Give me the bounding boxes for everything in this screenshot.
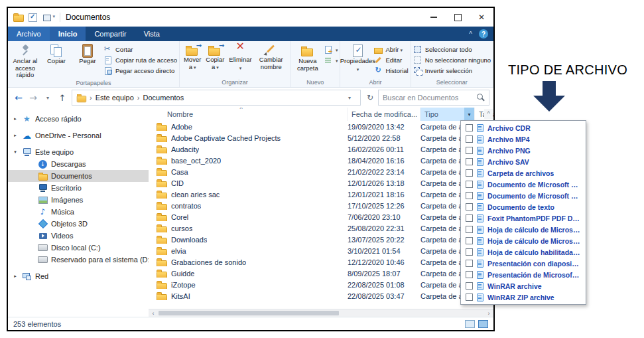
sidebar-item[interactable]: Descargas — [8, 158, 149, 170]
edit-button[interactable]: Editar — [373, 54, 408, 65]
checkbox[interactable] — [466, 192, 473, 199]
sidebar-item[interactable]: ▸ OneDrive - Personal — [8, 129, 149, 141]
back-button[interactable] — [12, 90, 25, 105]
tab-vista[interactable]: Vista — [135, 27, 168, 41]
filter-option[interactable]: Hoja de cálculo de Microsoft Exc... — [461, 235, 586, 246]
help-icon[interactable] — [479, 29, 488, 39]
copy-path-button[interactable]: Copiar ruta de acceso — [103, 54, 177, 65]
pin-quick-access-button[interactable]: Anclar al acceso rápido — [10, 42, 40, 79]
file-row[interactable]: Corel 7/06/2020 23:10 Carpeta de archivo… — [149, 211, 493, 222]
checkbox[interactable] — [466, 169, 473, 177]
scroll-left-icon[interactable] — [151, 310, 156, 317]
sidebar-item[interactable]: Objetos 3D — [8, 218, 149, 230]
filter-chevron-icon[interactable] — [464, 108, 474, 121]
filter-option[interactable]: Archivo SAV — [461, 156, 586, 167]
search-input[interactable] — [383, 94, 477, 102]
select-all-button[interactable]: Seleccionar todo — [413, 44, 491, 54]
expander-chevron-icon[interactable]: ▾ — [12, 149, 19, 155]
paste-shortcut-button[interactable]: Pegar acceso directo — [103, 65, 177, 76]
sidebar-item[interactable]: ▸ Red — [8, 270, 149, 282]
history-button[interactable]: Historial — [373, 65, 408, 76]
checkbox[interactable] — [466, 203, 473, 211]
sidebar-item[interactable]: ▾ Este equipo — [8, 146, 149, 158]
file-row[interactable]: iZotope 22/08/2025 01:08 Carpeta de arch… — [149, 279, 493, 290]
tab-compartir[interactable]: Compartir — [86, 27, 135, 41]
paste-button[interactable]: Pegar — [72, 42, 103, 65]
file-row[interactable]: cursos 25/08/2020 22:31 Carpeta de archi… — [149, 222, 493, 234]
expander-chevron-icon[interactable]: ▸ — [12, 116, 19, 122]
search-box[interactable] — [378, 90, 489, 106]
move-to-button[interactable]: Mover a — [182, 42, 203, 71]
filter-option[interactable]: Archivo PNG — [461, 145, 586, 156]
checkbox[interactable] — [466, 147, 473, 154]
select-none-button[interactable]: No seleccionar ninguno — [413, 54, 491, 65]
sidebar-item[interactable]: Documentos — [8, 170, 149, 182]
sidebar-item[interactable]: Imágenes — [8, 194, 149, 206]
checkbox[interactable] — [466, 124, 473, 131]
filter-option[interactable]: Hoja de cálculo habilitada para m... — [461, 246, 586, 258]
file-row[interactable]: elvia 3/10/2021 01:54 Carpeta de archivo… — [149, 245, 493, 256]
expander-chevron-icon[interactable]: ▸ — [12, 274, 19, 279]
filter-option[interactable]: Presentación de Microsoft Power... — [461, 269, 586, 280]
checkbox[interactable] — [466, 181, 473, 188]
tab-archivo[interactable]: Archivo — [8, 27, 50, 41]
filter-option[interactable]: Archivo CDR — [461, 122, 586, 133]
file-row[interactable]: Casa 21/02/2022 23:14 Carpeta de archivo… — [149, 166, 493, 177]
checkbox[interactable] — [466, 226, 473, 233]
breadcrumb-folder[interactable]: Documentos — [143, 94, 184, 102]
file-row[interactable]: Adobe 19/09/2020 13:42 Carpeta de archiv… — [149, 121, 493, 132]
minimize-button[interactable] — [422, 8, 446, 27]
file-row[interactable]: base_oct_2020 18/04/2020 16:16 Carpeta d… — [149, 155, 493, 166]
file-row[interactable]: Adobe Captivate Cached Projects 5/12/202… — [149, 132, 493, 143]
easy-access-button[interactable] — [324, 54, 338, 65]
column-header-tipo[interactable]: Tipo — [420, 108, 475, 121]
close-button[interactable] — [470, 8, 493, 27]
new-folder-button[interactable]: Nueva carpeta — [292, 42, 323, 72]
horizontal-scrollbar[interactable] — [149, 309, 493, 317]
invert-selection-button[interactable]: Invertir selección — [413, 65, 491, 76]
filter-option[interactable]: Archivo MP4 — [461, 133, 586, 145]
properties-button[interactable]: Propiedades — [342, 42, 373, 73]
forward-button[interactable] — [27, 90, 40, 105]
scroll-up-icon[interactable] — [484, 109, 493, 119]
filter-option[interactable]: Presentación con diapositivas de ... — [461, 258, 586, 269]
checkbox[interactable] — [466, 248, 473, 256]
delete-button[interactable]: Eliminar — [227, 42, 253, 72]
file-row[interactable]: Guidde 8/09/2025 18:07 Carpeta de archiv… — [149, 268, 493, 279]
recent-locations-chevron[interactable] — [41, 90, 54, 105]
checkbox[interactable] — [466, 271, 473, 278]
address-dropdown-chevron[interactable] — [343, 90, 356, 105]
new-item-button[interactable] — [324, 44, 338, 54]
file-row[interactable]: clean aries sac 12/01/2021 18:16 Carpeta… — [149, 189, 493, 200]
checkbox[interactable] — [466, 214, 473, 222]
open-button[interactable]: Abrir — [373, 44, 408, 54]
expander-chevron-icon[interactable]: ▸ — [12, 133, 19, 138]
copy-to-button[interactable]: Copiar a — [204, 42, 226, 71]
quick-access-toolbar-icon[interactable] — [28, 13, 38, 22]
maximize-button[interactable] — [446, 8, 470, 27]
filter-option[interactable]: Documento de Microsoft Word — [461, 179, 586, 190]
up-button[interactable] — [56, 90, 69, 105]
customize-toolbar-icon[interactable] — [42, 13, 53, 22]
copy-button[interactable]: Copiar — [41, 42, 72, 65]
sidebar-item[interactable]: ▸ Acceso rápido — [8, 113, 149, 125]
address-bar[interactable]: Este equipo Documentos — [72, 90, 361, 106]
filter-option[interactable]: Foxit PhantomPDF PDF Document — [461, 212, 586, 224]
rename-button[interactable]: Cambiar nombre — [255, 42, 288, 70]
minimize-ribbon-icon[interactable] — [469, 31, 472, 38]
list-view-icon[interactable] — [465, 320, 475, 328]
filter-option[interactable]: Documento de texto — [461, 201, 586, 212]
checkbox[interactable] — [466, 135, 473, 143]
file-row[interactable]: CID 12/01/2026 13:18 Carpeta de archivos — [149, 177, 493, 189]
scroll-right-icon[interactable] — [486, 310, 491, 317]
sidebar-item[interactable]: Disco local (C:) — [8, 242, 149, 254]
scrollbar-thumb[interactable] — [159, 311, 339, 315]
file-row[interactable]: contratos 17/10/2025 12:26 Carpeta de ar… — [149, 200, 493, 211]
checkbox[interactable] — [466, 260, 473, 267]
file-row[interactable]: Audacity 16/02/2026 00:11 Carpeta de arc… — [149, 143, 493, 155]
cut-button[interactable]: Cortar — [103, 44, 177, 54]
column-header-fecha[interactable]: Fecha de modifica... — [348, 108, 420, 121]
breadcrumb-root[interactable]: Este equipo — [96, 94, 134, 102]
checkbox[interactable] — [466, 158, 473, 165]
filter-option[interactable]: Carpeta de archivos — [461, 167, 586, 179]
